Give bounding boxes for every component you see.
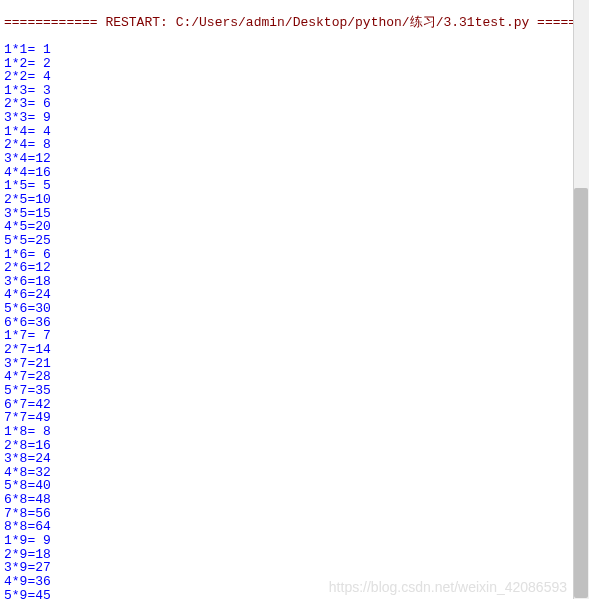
output-line: 4*9=36 xyxy=(4,575,585,589)
output-line: 7*7=49 xyxy=(4,411,585,425)
scrollbar-thumb[interactable] xyxy=(574,188,588,598)
restart-banner: ============ RESTART: C:/Users/admin/Des… xyxy=(4,16,585,30)
output-line: 4*6=24 xyxy=(4,288,585,302)
output-line: 1*6= 6 xyxy=(4,248,585,262)
output-line: 1*9= 9 xyxy=(4,534,585,548)
output-line: 7*8=56 xyxy=(4,507,585,521)
output-line: 1*1= 1 xyxy=(4,43,585,57)
output-line: 2*4= 8 xyxy=(4,138,585,152)
output-line: 2*9=18 xyxy=(4,548,585,562)
output-line: 4*4=16 xyxy=(4,166,585,180)
output-line: 1*3= 3 xyxy=(4,84,585,98)
output-line: 6*7=42 xyxy=(4,398,585,412)
output-line: 5*5=25 xyxy=(4,234,585,248)
output-line: 2*8=16 xyxy=(4,439,585,453)
output-line: 2*3= 6 xyxy=(4,97,585,111)
output-line: 1*8= 8 xyxy=(4,425,585,439)
output-line: 1*7= 7 xyxy=(4,329,585,343)
output-line: 6*8=48 xyxy=(4,493,585,507)
output-container: 1*1= 11*2= 22*2= 41*3= 32*3= 63*3= 91*4=… xyxy=(4,43,585,599)
output-line: 5*6=30 xyxy=(4,302,585,316)
output-line: 3*9=27 xyxy=(4,561,585,575)
output-line: 4*8=32 xyxy=(4,466,585,480)
output-line: 5*8=40 xyxy=(4,479,585,493)
output-line: 1*2= 2 xyxy=(4,57,585,71)
output-line: 3*7=21 xyxy=(4,357,585,371)
output-line: 1*4= 4 xyxy=(4,125,585,139)
console-output: ============ RESTART: C:/Users/admin/Des… xyxy=(0,0,589,599)
output-line: 8*8=64 xyxy=(4,520,585,534)
output-line: 6*6=36 xyxy=(4,316,585,330)
output-line: 5*7=35 xyxy=(4,384,585,398)
output-line: 4*7=28 xyxy=(4,370,585,384)
output-line: 3*5=15 xyxy=(4,207,585,221)
output-line: 3*6=18 xyxy=(4,275,585,289)
output-line: 5*9=45 xyxy=(4,589,585,599)
output-line: 3*8=24 xyxy=(4,452,585,466)
vertical-scrollbar[interactable] xyxy=(573,0,589,599)
output-line: 3*4=12 xyxy=(4,152,585,166)
output-line: 2*7=14 xyxy=(4,343,585,357)
output-line: 2*6=12 xyxy=(4,261,585,275)
output-line: 3*3= 9 xyxy=(4,111,585,125)
output-line: 4*5=20 xyxy=(4,220,585,234)
output-line: 2*2= 4 xyxy=(4,70,585,84)
output-line: 2*5=10 xyxy=(4,193,585,207)
output-line: 1*5= 5 xyxy=(4,179,585,193)
